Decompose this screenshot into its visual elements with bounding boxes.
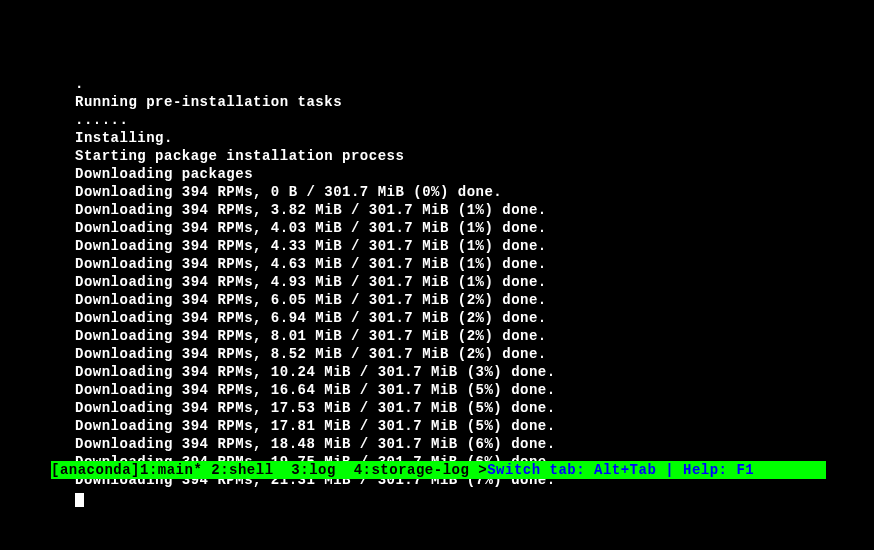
output-line: Downloading 394 RPMs, 4.63 MiB / 301.7 M… (75, 255, 874, 273)
output-line: Installing. (75, 129, 874, 147)
cursor-line (75, 489, 874, 507)
output-line: Downloading 394 RPMs, 17.81 MiB / 301.7 … (75, 417, 874, 435)
output-line: Downloading 394 RPMs, 16.64 MiB / 301.7 … (75, 381, 874, 399)
tmux-status-bar[interactable]: [anaconda]1:main* 2:shell 3:log 4:storag… (51, 461, 826, 479)
output-line: Downloading 394 RPMs, 8.01 MiB / 301.7 M… (75, 327, 874, 345)
output-line: Downloading 394 RPMs, 17.53 MiB / 301.7 … (75, 399, 874, 417)
output-line: ...... (75, 111, 874, 129)
tmux-tabs[interactable]: [anaconda]1:main* 2:shell 3:log 4:storag… (51, 462, 487, 478)
output-line: Downloading packages (75, 165, 874, 183)
terminal-output: . Running pre-installation tasks ...... … (0, 0, 874, 507)
output-line: Downloading 394 RPMs, 0 B / 301.7 MiB (0… (75, 183, 874, 201)
cursor-icon (75, 493, 84, 507)
output-line: Downloading 394 RPMs, 6.05 MiB / 301.7 M… (75, 291, 874, 309)
output-line: Downloading 394 RPMs, 18.48 MiB / 301.7 … (75, 435, 874, 453)
output-line: Downloading 394 RPMs, 8.52 MiB / 301.7 M… (75, 345, 874, 363)
output-line: Downloading 394 RPMs, 10.24 MiB / 301.7 … (75, 363, 874, 381)
tmux-help-hint: Switch tab: Alt+Tab | Help: F1 (487, 462, 754, 478)
output-line: Downloading 394 RPMs, 3.82 MiB / 301.7 M… (75, 201, 874, 219)
output-line: Downloading 394 RPMs, 4.33 MiB / 301.7 M… (75, 237, 874, 255)
output-line: Downloading 394 RPMs, 4.03 MiB / 301.7 M… (75, 219, 874, 237)
output-line: Downloading 394 RPMs, 4.93 MiB / 301.7 M… (75, 273, 874, 291)
output-line: Downloading 394 RPMs, 6.94 MiB / 301.7 M… (75, 309, 874, 327)
output-line: . (75, 75, 874, 93)
output-line: Running pre-installation tasks (75, 93, 874, 111)
output-line: Starting package installation process (75, 147, 874, 165)
